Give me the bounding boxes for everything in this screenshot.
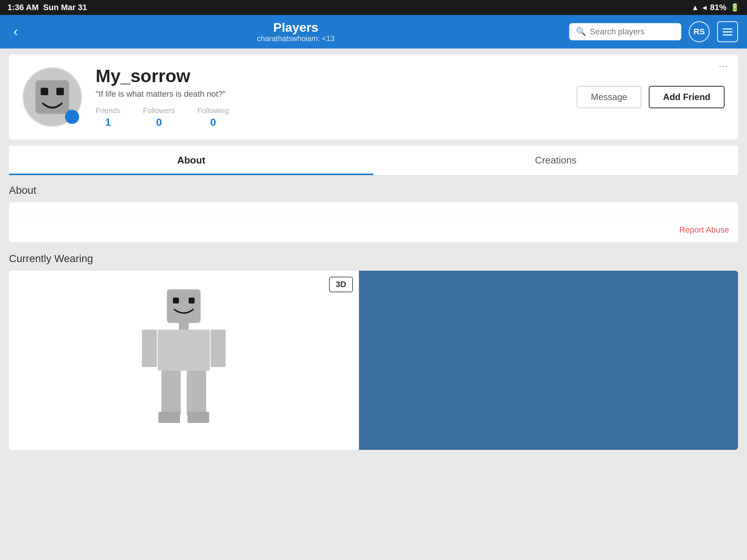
followers-label: Followers — [143, 106, 175, 115]
back-button[interactable]: ‹ — [9, 22, 22, 41]
page-subtitle: charathatswhoiam: <13 — [30, 34, 562, 43]
wearing-container: 3D — [9, 271, 738, 450]
wearing-items-panel — [359, 271, 738, 450]
followers-stat: Followers 0 — [143, 106, 175, 128]
following-value: 0 — [197, 116, 229, 128]
svg-rect-4 — [173, 298, 179, 304]
rs-icon-button[interactable]: RS — [689, 21, 710, 42]
report-abuse-button[interactable]: Report Abuse — [18, 222, 729, 235]
following-stat: Following 0 — [197, 106, 229, 128]
tab-about[interactable]: About — [9, 146, 374, 175]
avatar-badge: 👤 — [65, 110, 79, 124]
tabs-bar: About Creations — [9, 146, 738, 175]
battery-icon: 🔋 — [730, 3, 740, 12]
profile-card: ··· 👤 My_sorrow "If life is what matte — [9, 55, 738, 140]
friends-stat: Friends 1 — [96, 106, 121, 128]
following-label: Following — [197, 106, 229, 115]
friends-label: Friends — [96, 106, 121, 115]
wearing-3d-panel: 3D — [9, 271, 359, 450]
svg-rect-11 — [187, 371, 206, 416]
svg-rect-5 — [189, 298, 195, 304]
avatar-wrapper: 👤 — [22, 67, 82, 127]
nav-bar: ‹ Players charathatswhoiam: <13 🔍 RS — [0, 15, 747, 49]
profile-main: 👤 My_sorrow "If life is what matters is … — [22, 66, 725, 128]
about-section-header: About — [0, 175, 747, 202]
svg-rect-8 — [142, 330, 157, 367]
svg-rect-12 — [158, 412, 180, 423]
followers-value: 0 — [143, 116, 175, 128]
menu-line-1 — [723, 28, 732, 29]
nav-title-block: Players charathatswhoiam: <13 — [30, 21, 562, 43]
menu-button[interactable] — [717, 21, 738, 42]
add-friend-button[interactable]: Add Friend — [649, 86, 725, 108]
wearing-section-header: Currently Wearing — [0, 242, 747, 271]
time-display: 1:36 AM — [7, 3, 39, 12]
svg-rect-3 — [167, 289, 201, 323]
svg-rect-13 — [187, 412, 209, 423]
profile-actions: Message Add Friend — [577, 86, 725, 108]
menu-line-2 — [723, 31, 732, 32]
character-svg — [131, 282, 236, 439]
page-title: Players — [30, 21, 562, 34]
message-button[interactable]: Message — [577, 86, 641, 108]
status-bar-right: ▲ ◂ 81% 🔋 — [691, 3, 740, 12]
profile-stats: Friends 1 Followers 0 Following 0 — [96, 106, 563, 128]
profile-info: My_sorrow "If life is what matters is de… — [96, 66, 563, 128]
wifi-icon: ▲ — [691, 3, 699, 12]
svg-rect-7 — [158, 330, 210, 371]
search-input[interactable] — [590, 27, 664, 37]
svg-rect-9 — [211, 330, 226, 367]
tab-creations[interactable]: Creations — [374, 146, 738, 175]
svg-rect-6 — [179, 323, 189, 330]
svg-rect-2 — [56, 88, 64, 95]
about-divider — [18, 216, 729, 216]
status-bar: 1:36 AM Sun Mar 31 ▲ ◂ 81% 🔋 — [0, 0, 747, 15]
svg-rect-1 — [41, 88, 48, 95]
about-card: Report Abuse — [9, 202, 738, 242]
svg-rect-10 — [161, 371, 181, 416]
search-bar[interactable]: 🔍 — [569, 23, 681, 40]
status-bar-left: 1:36 AM Sun Mar 31 — [7, 3, 87, 12]
menu-line-3 — [723, 34, 732, 35]
more-options-button[interactable]: ··· — [719, 61, 729, 71]
profile-username: My_sorrow — [96, 66, 563, 86]
date-display: Sun Mar 31 — [43, 3, 87, 12]
signal-icon: ◂ — [703, 3, 706, 12]
profile-bio: "If life is what matters is death not?" — [96, 89, 563, 99]
3d-button[interactable]: 3D — [329, 277, 353, 292]
svg-rect-0 — [35, 80, 69, 114]
battery-percent: 81% — [710, 3, 726, 12]
friends-value: 1 — [96, 116, 121, 128]
search-icon: 🔍 — [576, 27, 586, 37]
avatar-badge-icon: 👤 — [68, 112, 77, 121]
